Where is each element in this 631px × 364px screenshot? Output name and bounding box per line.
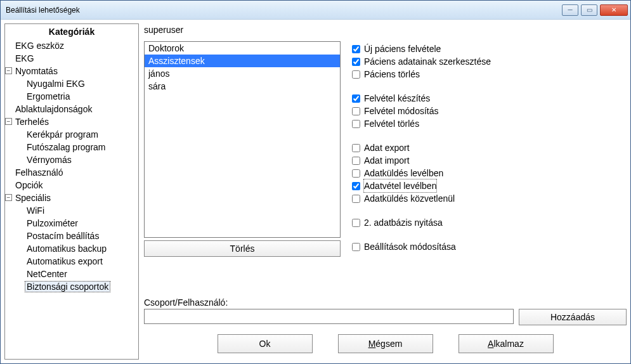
tree-toggle-icon[interactable]: − xyxy=(5,67,12,74)
tree-node-label[interactable]: EKG eszköz xyxy=(14,41,65,51)
permissions-panel: Új páciens felvételePáciens adatainak sz… xyxy=(352,41,627,294)
tree-node[interactable]: Nyugalmi EKG xyxy=(14,77,138,90)
permission-group: Adat exportAdat importAdatküldés levélbe… xyxy=(352,141,627,205)
tree-node-label[interactable]: EKG xyxy=(14,53,36,63)
add-button[interactable]: Hozzáadás xyxy=(519,309,627,325)
permission-item[interactable]: Adatvétel levélben xyxy=(352,179,627,192)
permission-label: Páciens adatainak szerkesztése xyxy=(364,55,491,68)
content-panel: superuser DoktorokAsszisztensekjánossára… xyxy=(144,23,627,360)
tree-toggle-icon[interactable]: − xyxy=(5,194,12,201)
permission-checkbox[interactable] xyxy=(352,45,360,53)
tree-node-label[interactable]: Ablaktulajdonságok xyxy=(14,104,93,114)
apply-button[interactable]: Alkalmaz xyxy=(459,334,554,353)
permission-checkbox[interactable] xyxy=(352,58,360,66)
permission-item[interactable]: Felvétel készítés xyxy=(352,92,627,105)
permission-checkbox[interactable] xyxy=(352,182,360,190)
permission-checkbox[interactable] xyxy=(352,94,360,103)
cancel-button[interactable]: Mégsem xyxy=(338,334,433,353)
permission-item[interactable]: Beállítások módosítása xyxy=(352,240,627,253)
tree-node[interactable]: Ablaktulajdonságok xyxy=(5,103,138,115)
tree-node-label[interactable]: Opciók xyxy=(14,180,44,190)
permission-checkbox[interactable] xyxy=(352,144,360,152)
tree-node[interactable]: Felhasználó xyxy=(5,166,138,179)
tree-node[interactable]: Futószalag program xyxy=(14,141,138,153)
tree-node[interactable]: Automatikus export xyxy=(14,255,138,268)
permission-item[interactable]: Felvétel törlés xyxy=(352,117,627,130)
tree-node[interactable]: Vérnyomás xyxy=(14,153,138,166)
tree-node-label[interactable]: Terhelés xyxy=(14,117,50,127)
close-button[interactable]: ✕ xyxy=(600,4,628,16)
permission-checkbox[interactable] xyxy=(352,157,360,165)
tree-node[interactable]: Ergometria xyxy=(14,90,138,103)
tree-node-label[interactable]: Ergometria xyxy=(25,91,71,101)
permission-checkbox[interactable] xyxy=(352,107,360,115)
permission-checkbox[interactable] xyxy=(352,169,360,178)
permission-checkbox[interactable] xyxy=(352,120,360,128)
permission-label: Beállítások módosítása xyxy=(364,240,456,253)
category-tree[interactable]: EKG eszközEKG−NyomtatásNyugalmi EKGErgom… xyxy=(5,39,138,293)
tree-node-label[interactable]: Speciális xyxy=(14,193,52,203)
permission-checkbox[interactable] xyxy=(352,195,360,203)
tree-node-label[interactable]: Pulzoximéter xyxy=(25,218,79,228)
tree-node-label[interactable]: Postacím beállítás xyxy=(25,231,100,241)
tree-node-label[interactable]: Automatikus backup xyxy=(25,244,108,254)
category-sidebar: Kategóriák EKG eszközEKG−NyomtatásNyugal… xyxy=(4,23,139,360)
permission-label: Adatvétel levélben xyxy=(364,179,436,192)
tree-node[interactable]: −TerhelésKerékpár programFutószalag prog… xyxy=(5,115,138,166)
tree-node[interactable]: −NyomtatásNyugalmi EKGErgometria xyxy=(5,65,138,103)
tree-node[interactable]: NetCenter xyxy=(14,268,138,280)
list-item[interactable]: Doktorok xyxy=(145,42,340,55)
tree-node[interactable]: −SpeciálisWiFiPulzoximéterPostacím beáll… xyxy=(5,192,138,293)
add-input[interactable] xyxy=(144,309,514,324)
maximize-button[interactable]: ▭ xyxy=(581,4,597,16)
permission-item[interactable]: Adatküldés levélben xyxy=(352,167,627,179)
ok-button[interactable]: Ok xyxy=(218,334,313,353)
tree-node-label[interactable]: Nyomtatás xyxy=(14,66,59,76)
permission-checkbox[interactable] xyxy=(352,243,360,251)
list-item[interactable]: Asszisztensek xyxy=(145,55,340,67)
tree-node-label[interactable]: Kerékpár program xyxy=(25,129,100,140)
tree-node-label[interactable]: Nyugalmi EKG xyxy=(25,79,86,89)
tree-node-label[interactable]: NetCenter xyxy=(25,269,68,279)
tree-node-label[interactable]: Automatikus export xyxy=(25,256,104,266)
client-area: Kategóriák EKG eszközEKG−NyomtatásNyugal… xyxy=(1,20,630,363)
tree-node[interactable]: Opciók xyxy=(5,179,138,192)
tree-toggle-icon[interactable]: − xyxy=(5,118,12,125)
list-item[interactable]: jános xyxy=(145,67,340,80)
tree-node[interactable]: Automatikus backup xyxy=(14,242,138,255)
tree-node-label[interactable]: Felhasználó xyxy=(14,167,65,178)
permission-item[interactable]: Páciens adatainak szerkesztése xyxy=(352,55,627,68)
tree-node[interactable]: Postacím beállítás xyxy=(14,230,138,242)
tree-node[interactable]: Pulzoximéter xyxy=(14,217,138,230)
delete-button[interactable]: Törlés xyxy=(144,240,341,257)
permission-label: Adatküldés levélben xyxy=(364,167,443,179)
permission-checkbox[interactable] xyxy=(352,219,360,227)
permission-item[interactable]: Adatküldés közvetlenül xyxy=(352,192,627,205)
tree-node-label[interactable]: Vérnyomás xyxy=(25,155,73,165)
permission-label: Felvétel törlés xyxy=(364,117,419,130)
tree-node-label[interactable]: Biztonsági csoportok xyxy=(25,282,110,292)
tree-node[interactable]: Biztonsági csoportok xyxy=(14,280,138,293)
list-item[interactable]: sára xyxy=(145,80,340,93)
permission-item[interactable]: Páciens törlés xyxy=(352,68,627,81)
tree-node[interactable]: Kerékpár program xyxy=(14,128,138,141)
permission-label: Felvétel módosítás xyxy=(364,105,439,117)
permission-item[interactable]: Adat import xyxy=(352,154,627,167)
permission-group: Felvétel készítésFelvétel módosításFelvé… xyxy=(352,92,627,130)
add-label: Csoport/Felhasználó: xyxy=(144,297,627,308)
tree-node-label[interactable]: Futószalag program xyxy=(25,142,107,152)
permission-group: Beállítások módosítása xyxy=(352,240,627,253)
group-user-listbox[interactable]: DoktorokAsszisztensekjánossára xyxy=(144,41,341,238)
permission-label: Adat export xyxy=(364,141,410,154)
tree-node-label[interactable]: WiFi xyxy=(25,205,46,216)
tree-node[interactable]: EKG xyxy=(5,52,138,65)
permission-item[interactable]: Új páciens felvétele xyxy=(352,42,627,55)
tree-node[interactable]: EKG eszköz xyxy=(5,39,138,52)
permission-checkbox[interactable] xyxy=(352,70,360,79)
permission-item[interactable]: Felvétel módosítás xyxy=(352,105,627,117)
minimize-button[interactable]: ─ xyxy=(562,4,578,16)
sidebar-title: Kategóriák xyxy=(5,25,138,39)
tree-node[interactable]: WiFi xyxy=(14,204,138,217)
permission-item[interactable]: 2. adatbázis nyitása xyxy=(352,216,627,229)
permission-item[interactable]: Adat export xyxy=(352,141,627,154)
